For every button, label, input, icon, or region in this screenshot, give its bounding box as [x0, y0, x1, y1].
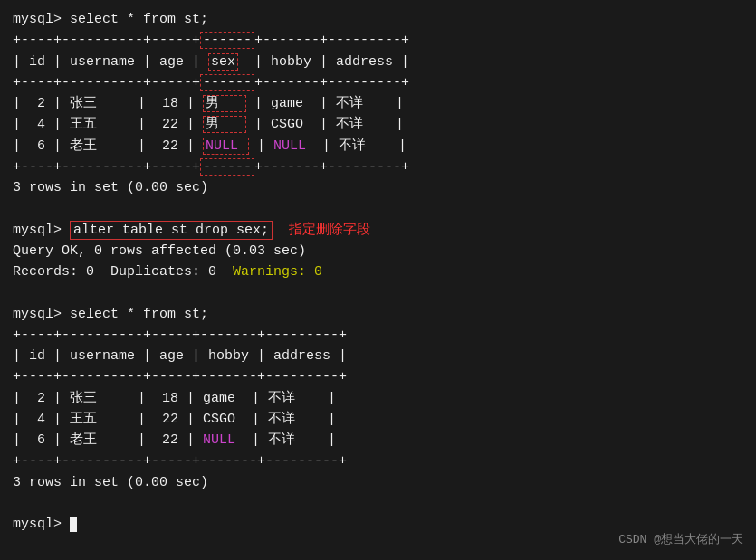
table2-header-border: +----+----------+-----+-------+---------…	[13, 366, 743, 387]
rows-in-set-2: 3 rows in set (0.00 sec)	[13, 472, 743, 493]
blank-2	[13, 282, 743, 303]
table2-row2: | 4 | 王五 | 22 | CSGO | 不详 |	[13, 409, 743, 430]
blank-1	[13, 198, 743, 219]
cursor	[70, 517, 77, 532]
table1-border-top: +----+----------+-----+------+-------+--…	[13, 30, 743, 51]
watermark: CSDN @想当大佬的一天	[618, 531, 743, 547]
table2-row3: | 6 | 老王 | 22 | NULL | 不详 |	[13, 430, 743, 451]
table2-border-top: +----+----------+-----+-------+---------…	[13, 325, 743, 346]
table2-border-bottom: +----+----------+-----+-------+---------…	[13, 451, 743, 471]
table2-row1: | 2 | 张三 | 18 | game | 不详 |	[13, 388, 743, 409]
table1-header: | id | username | age | sex | hobby | ad…	[13, 52, 743, 72]
table1-row2: | 4 | 王五 | 22 | 男 | CSGO | 不详 |	[13, 114, 743, 135]
rows-in-set-1: 3 rows in set (0.00 sec)	[13, 177, 743, 198]
table1-border-bottom: +----+----------+-----+------+-------+--…	[13, 157, 743, 177]
blank-3	[13, 493, 743, 514]
cmd-line-2: mysql> select * from st;	[13, 304, 743, 325]
alter-cmd-line: mysql> alter table st drop sex; 指定删除字段	[13, 220, 743, 241]
cmd-line-1: mysql> select * from st;	[13, 9, 743, 30]
table1-row3: | 6 | 老王 | 22 | NULL | NULL | 不详 |	[13, 136, 743, 157]
table2-header: | id | username | age | hobby | address …	[13, 346, 743, 366]
terminal-window: mysql> select * from st; +----+---------…	[13, 9, 743, 535]
records-line: Records: 0 Duplicates: 0 Warnings: 0	[13, 261, 743, 282]
query-ok-line: Query OK, 0 rows affected (0.03 sec)	[13, 241, 743, 261]
table1-row1: | 2 | 张三 | 18 | 男 | game | 不详 |	[13, 93, 743, 114]
table1-header-border: +----+----------+-----+------+-------+--…	[13, 72, 743, 93]
